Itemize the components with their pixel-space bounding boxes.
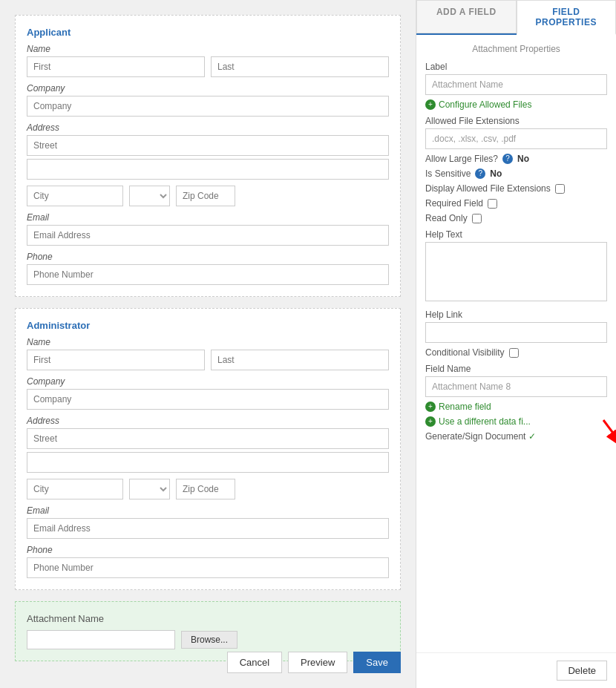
administrator-name-row [27,350,389,370]
configure-files-icon: + [425,99,436,110]
is-sensitive-label: Is Sensitive [425,168,471,179]
conditional-visibility-row[interactable]: Conditional Visibility [425,347,607,358]
applicant-name-label: Name [27,44,389,54]
attachment-title: Attachment Name [27,613,389,624]
administrator-address-label: Address [27,416,389,426]
administrator-first-input[interactable] [27,350,205,370]
cancel-button[interactable]: Cancel [227,652,282,673]
administrator-zip-input[interactable] [176,479,235,499]
rename-field-label: Rename field [439,402,491,412]
applicant-zip-input[interactable] [176,186,235,206]
applicant-name-row [27,56,389,77]
tab-field-properties[interactable]: FIELD PROPERTIES [517,0,617,35]
is-sensitive-info-icon[interactable]: ? [475,168,485,179]
required-field-checkbox[interactable] [488,199,497,209]
applicant-street2-input[interactable] [27,159,389,180]
generate-sign-icon: ✓ [528,431,536,442]
help-link-input[interactable] [425,322,607,343]
is-sensitive-row: Is Sensitive ? No [425,168,607,179]
rename-field-link[interactable]: + Rename field [425,402,607,412]
conditional-visibility-label: Conditional Visibility [425,347,505,358]
display-extensions-checkbox[interactable] [555,184,565,194]
applicant-company-input[interactable] [27,96,389,117]
read-only-checkbox[interactable] [472,214,482,223]
applicant-company-label: Company [27,83,389,94]
tab-add-field[interactable]: ADD A FIELD [416,0,517,33]
administrator-state-select[interactable] [129,479,170,499]
allowed-extensions-label: Allowed File Extensions [425,116,607,126]
administrator-name-label: Name [27,337,389,347]
help-text-label: Help Text [425,229,607,240]
applicant-address-row [27,186,389,206]
applicant-last-input[interactable] [211,56,389,77]
generate-sign-label: Generate/Sign Document [425,431,525,442]
delete-button[interactable]: Delete [557,661,607,681]
display-extensions-label: Display Allowed File Extensions [425,183,551,194]
allow-large-files-info-icon[interactable]: ? [502,154,513,164]
applicant-email-input[interactable] [27,225,389,246]
preview-button[interactable]: Preview [288,652,347,673]
right-panel: ADD A FIELD FIELD PROPERTIES Attachment … [416,0,616,688]
administrator-street-input[interactable] [27,428,389,449]
applicant-email-label: Email [27,212,389,223]
configure-files-label: Configure Allowed Files [439,99,531,110]
delete-row: Delete [416,652,616,688]
allowed-extensions-input[interactable] [425,128,607,149]
read-only-row[interactable]: Read Only [425,213,607,223]
generate-sign-row[interactable]: Generate/Sign Document ✓ [425,431,607,442]
administrator-company-label: Company [27,376,389,387]
applicant-first-input[interactable] [27,56,205,77]
required-field-label: Required Field [425,198,483,209]
properties-panel: Attachment Properties Label + Configure … [416,35,616,652]
use-different-data-label: Use a different data fi... [439,416,531,427]
applicant-title: Applicant [27,27,389,38]
applicant-phone-label: Phone [27,252,389,262]
use-different-data-link[interactable]: + Use a different data fi... [425,416,607,427]
administrator-email-input[interactable] [27,518,389,539]
administrator-last-input[interactable] [211,350,389,370]
red-arrow-indicator [589,416,616,461]
help-link-label: Help Link [425,309,607,320]
allow-large-files-value: No [517,154,529,164]
applicant-state-select[interactable] [129,186,170,206]
administrator-phone-input[interactable] [27,557,389,578]
administrator-street2-input[interactable] [27,452,389,473]
applicant-phone-input[interactable] [27,264,389,285]
display-extensions-row[interactable]: Display Allowed File Extensions [425,183,607,194]
conditional-visibility-checkbox[interactable] [509,348,519,358]
svg-line-1 [603,420,616,450]
administrator-title: Administrator [27,320,389,331]
applicant-city-input[interactable] [27,186,123,206]
panel-subtitle: Attachment Properties [425,44,607,54]
save-button[interactable]: Save [353,652,401,673]
applicant-address-label: Address [27,122,389,133]
use-different-data-icon: + [425,416,436,427]
attachment-file-input[interactable] [27,630,175,649]
rename-field-icon: + [425,402,436,412]
allow-large-files-row: Allow Large Files? ? No [425,154,607,164]
administrator-company-input[interactable] [27,389,389,410]
allow-large-files-label: Allow Large Files? [425,154,498,164]
label-input[interactable] [425,74,607,95]
bottom-buttons: Cancel Preview Save [212,644,416,681]
administrator-city-input[interactable] [27,479,123,499]
administrator-email-label: Email [27,505,389,516]
tabs: ADD A FIELD FIELD PROPERTIES [416,0,616,35]
administrator-address-row [27,479,389,499]
applicant-street-input[interactable] [27,135,389,156]
required-field-row[interactable]: Required Field [425,198,607,209]
help-text-input[interactable] [425,242,607,301]
read-only-label: Read Only [425,213,468,223]
field-name-input[interactable] [425,376,607,397]
applicant-section: Applicant Name Company Address Email [15,15,401,297]
administrator-section: Administrator Name Company Address Email [15,308,401,590]
is-sensitive-value: No [490,168,502,179]
configure-files-link[interactable]: + Configure Allowed Files [425,99,607,110]
administrator-phone-label: Phone [27,545,389,555]
field-name-label: Field Name [425,364,607,374]
label-title: Label [425,62,607,72]
